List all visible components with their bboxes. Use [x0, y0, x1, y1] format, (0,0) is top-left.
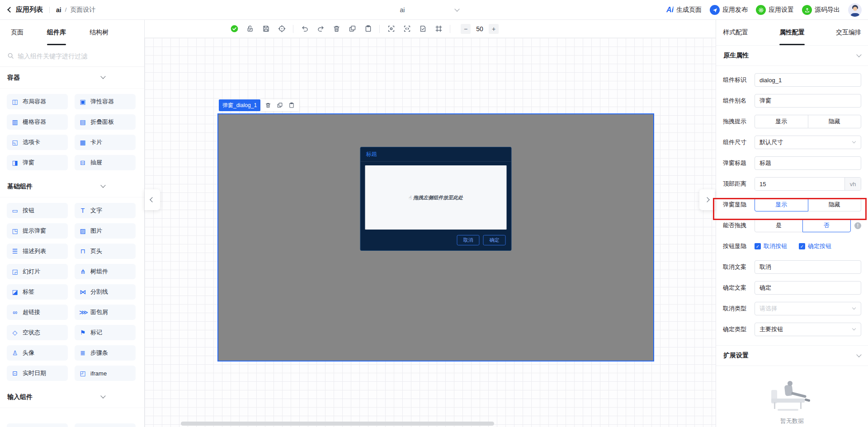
zoom-in-icon[interactable] — [489, 24, 499, 34]
selected-component-badge[interactable]: 弹窗_dialog_1 — [219, 99, 260, 111]
trash-icon[interactable] — [332, 24, 341, 33]
component-item[interactable]: ▣弹性容器 — [75, 94, 136, 109]
steps-icon: ≣ — [79, 349, 86, 357]
artboard[interactable]: 标题 拖拽左侧组件放至此处 取消 确定 — [217, 113, 654, 361]
option-yes[interactable]: 是 — [755, 219, 803, 232]
component-item[interactable]: ◰iframe — [75, 366, 136, 381]
paste-icon[interactable] — [288, 102, 295, 108]
option-hide[interactable]: 隐藏 — [808, 198, 862, 211]
component-item[interactable]: ⊓页头 — [75, 244, 136, 259]
component-item[interactable]: ◨弹窗 — [7, 155, 68, 170]
dialog-drop-zone[interactable]: 拖拽左侧组件放至此处 — [365, 165, 507, 230]
paste-icon[interactable] — [363, 24, 373, 33]
copy-icon[interactable] — [277, 102, 283, 108]
back-icon[interactable] — [7, 7, 13, 13]
frame-icon[interactable] — [434, 24, 443, 33]
copy-icon[interactable] — [348, 24, 357, 33]
tab-interaction[interactable]: 交互编排 — [836, 20, 861, 45]
search-input[interactable] — [18, 52, 137, 60]
section-input-components[interactable]: 输入组件 — [0, 386, 144, 408]
component-item[interactable]: ◪标签 — [7, 284, 68, 300]
component-size-select[interactable]: 默认尺寸 — [755, 136, 861, 149]
section-native-properties[interactable]: 原生属性 — [716, 45, 868, 66]
component-item[interactable]: ◇空状态 — [7, 325, 68, 340]
user-avatar[interactable] — [848, 3, 862, 17]
top-distance-input[interactable] — [755, 178, 844, 190]
component-item[interactable]: ▦卡片 — [75, 135, 136, 150]
tab-components[interactable]: 组件库 — [47, 20, 66, 45]
field-dialog-visibility: 弹窗显隐 显示 隐藏 — [716, 194, 868, 215]
component-item[interactable]: ☰描述列表 — [7, 244, 68, 259]
option-show[interactable]: 显示 — [755, 115, 808, 128]
option-show[interactable]: 显示 — [755, 198, 808, 211]
unlock-icon[interactable] — [245, 24, 255, 33]
design-canvas[interactable]: 弹窗_dialog_1 标题 拖拽左侧组件放至此处 取消 确定 — [145, 38, 716, 427]
info-icon[interactable] — [854, 222, 861, 229]
confirm-type-select[interactable]: 主要按钮 — [755, 323, 861, 336]
section-basic-components[interactable]: 基础组件 — [0, 176, 144, 197]
code-icon[interactable] — [402, 24, 411, 33]
redo-icon[interactable] — [316, 24, 325, 33]
component-item[interactable]: ◫布局容器 — [7, 94, 68, 109]
page-check-icon[interactable] — [418, 24, 427, 33]
component-item[interactable]: ⚑标记 — [75, 325, 136, 340]
option-hide[interactable]: 隐藏 — [808, 115, 862, 128]
horizontal-scrollbar[interactable] — [181, 422, 494, 426]
dialog-component[interactable]: 标题 拖拽左侧组件放至此处 取消 确定 — [360, 147, 512, 251]
component-item[interactable]: ▥栅格容器 — [7, 114, 68, 130]
chevron-down-icon — [852, 327, 856, 330]
component-item[interactable]: ⊟抽屉 — [75, 155, 136, 170]
component-alias-input[interactable] — [755, 94, 861, 108]
component-item[interactable]: ⋔树组件 — [75, 264, 136, 279]
zoom-out-icon[interactable] — [461, 24, 471, 34]
collapse-left-panel-button[interactable] — [145, 189, 160, 210]
component-item[interactable]: ♙头像 — [7, 345, 68, 361]
component-item[interactable]: ≣步骤条 — [75, 345, 136, 361]
component-item[interactable]: ∞超链接 — [7, 305, 68, 320]
drag-hint-toggle: 显示 隐藏 — [755, 115, 861, 128]
component-item[interactable]: ◱选项卡 — [7, 135, 68, 150]
status-ok-icon[interactable] — [230, 24, 239, 33]
back-button[interactable]: 应用列表 — [16, 5, 43, 14]
chevron-right-icon — [704, 197, 709, 202]
collapse-right-panel-button[interactable] — [699, 189, 715, 210]
confirm-button-checkbox-group[interactable]: 确定按钮 — [799, 242, 831, 250]
cancel-type-select[interactable]: 请选择 — [755, 302, 861, 315]
generate-page-button[interactable]: Ai 生成页面 — [666, 6, 702, 14]
component-item[interactable]: ⊡实时日期 — [7, 366, 68, 381]
component-item[interactable]: ▤折叠面板 — [75, 114, 136, 130]
code-export-button[interactable]: 源码导出 — [802, 5, 840, 15]
section-containers[interactable]: 容器 — [0, 67, 144, 89]
component-id-input[interactable] — [755, 73, 861, 87]
cancel-text-input[interactable] — [755, 260, 861, 274]
cancel-button-checkbox-group[interactable]: 取消按钮 — [755, 242, 787, 250]
component-item[interactable]: T文字 — [75, 203, 136, 218]
component-item[interactable]: ▭按钮 — [7, 203, 68, 218]
save-icon[interactable] — [261, 24, 270, 33]
component-item[interactable]: ⋈分割线 — [75, 284, 136, 300]
field-component-alias: 组件别名 — [716, 90, 868, 111]
app-publish-button[interactable]: 应用发布 — [710, 5, 748, 15]
trash-icon[interactable] — [265, 102, 271, 108]
component-item[interactable]: ◳提示弹窗 — [7, 223, 68, 239]
undo-icon[interactable] — [300, 24, 309, 33]
component-item[interactable]: ▨图片 — [75, 223, 136, 239]
dialog-cancel-button[interactable]: 取消 — [457, 235, 480, 245]
confirm-text-input[interactable] — [755, 281, 861, 295]
option-no[interactable]: 否 — [802, 219, 851, 232]
preview-icon[interactable] — [387, 24, 396, 33]
component-item[interactable]: ⋙面包屑 — [75, 305, 136, 320]
component-item[interactable]: ◲幻灯片 — [7, 264, 68, 279]
dialog-confirm-button[interactable]: 确定 — [483, 235, 506, 245]
tab-structure-tree[interactable]: 结构树 — [90, 20, 108, 45]
tab-property-config[interactable]: 属性配置 — [779, 20, 805, 45]
app-settings-button[interactable]: 应用设置 — [756, 5, 794, 15]
section-extended-settings[interactable]: 扩展设置 — [716, 345, 868, 366]
breadcrumb-separator: / — [65, 6, 67, 13]
checkbox-checked-icon — [755, 243, 761, 249]
tab-style-config[interactable]: 样式配置 — [723, 20, 748, 45]
tab-pages[interactable]: 页面 — [11, 20, 24, 45]
page-select[interactable]: ai — [346, 0, 459, 20]
target-icon[interactable] — [277, 24, 286, 33]
dialog-title-input[interactable] — [755, 156, 861, 170]
